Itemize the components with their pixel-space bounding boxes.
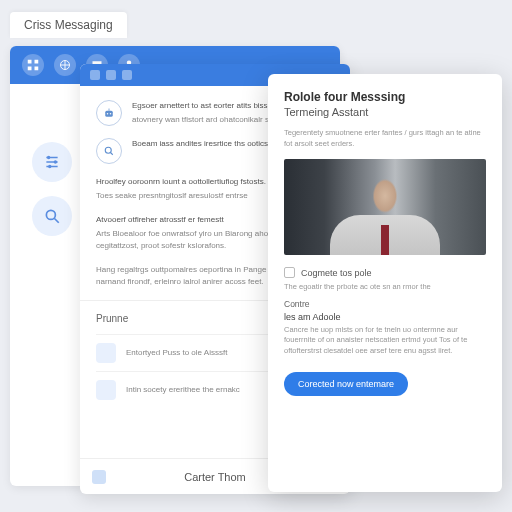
svg-rect-10: [105, 111, 113, 117]
item-icon: [96, 380, 116, 400]
role-dialog: Rolole four Messsing Termeing Asstant Te…: [268, 74, 502, 492]
checkbox-description: The egoatir the prbote ac ote sn an rmor…: [284, 282, 486, 293]
svg-rect-3: [35, 67, 39, 71]
titlebar-control-icon[interactable]: [122, 70, 132, 80]
sliders-icon[interactable]: [32, 142, 72, 182]
tab-label[interactable]: Criss Messaging: [10, 12, 127, 38]
item-text: Intin socety ererithee the ernakc: [126, 384, 240, 396]
profile-portrait: [284, 159, 486, 255]
dialog-title: Rolole four Messsing: [284, 90, 486, 104]
titlebar-control-icon[interactable]: [90, 70, 100, 80]
item-icon: [96, 343, 116, 363]
field-label: Contre: [284, 299, 486, 309]
svg-point-12: [110, 113, 112, 115]
robot-icon: [96, 100, 122, 126]
svg-point-11: [107, 113, 109, 115]
item-text: Entortyed Puss to ole Aisssft: [126, 347, 227, 359]
svg-point-6: [47, 156, 50, 159]
complete-checkbox[interactable]: [284, 267, 295, 278]
svg-point-9: [46, 210, 55, 219]
connect-button[interactable]: Corected now entemare: [284, 372, 408, 396]
dialog-description: Tegerentety smuotnene erter fantes / gur…: [284, 128, 486, 149]
role-name: les am Adoole: [284, 312, 486, 322]
search-icon: [96, 138, 122, 164]
dialog-subtitle: Termeing Asstant: [284, 106, 486, 118]
grid-icon[interactable]: [22, 54, 44, 76]
svg-point-7: [54, 160, 57, 163]
globe-icon[interactable]: [54, 54, 76, 76]
search-icon[interactable]: [32, 196, 72, 236]
svg-rect-1: [35, 60, 39, 64]
role-description: Cancre he uop mlsts on for te tneln uo o…: [284, 325, 486, 357]
svg-rect-2: [28, 67, 32, 71]
svg-point-13: [105, 147, 111, 153]
svg-point-8: [48, 165, 51, 168]
titlebar-control-icon[interactable]: [106, 70, 116, 80]
checkbox-label: Cogmete tos pole: [301, 268, 372, 278]
svg-rect-0: [28, 60, 32, 64]
